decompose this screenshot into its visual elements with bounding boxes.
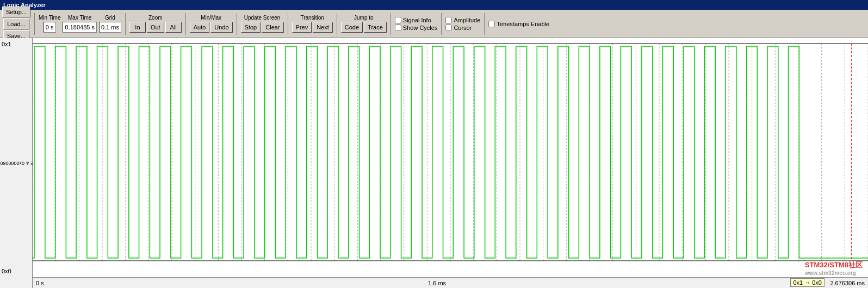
code-button[interactable]: Code <box>341 22 363 33</box>
main-content: 0x1 (PORTE & 0x00000800) >> 11 0x0 0 s 1… <box>0 38 868 288</box>
checkbox-group: Signal Info Show Cycles <box>395 17 438 31</box>
min-time-section: Min Time 0 s <box>39 15 61 33</box>
zoom-out-button[interactable]: Out <box>147 22 164 33</box>
amplitude-label: Amplitude <box>454 17 480 23</box>
cursor-value: 0x1 → 0x0 <box>793 279 822 286</box>
show-cycles-checkbox[interactable] <box>395 24 401 31</box>
trace-button[interactable]: Trace <box>364 22 387 33</box>
transition-buttons: Prev Next <box>292 22 333 33</box>
divider-7 <box>390 13 391 35</box>
amplitude-checkbox[interactable] <box>445 17 452 23</box>
min-time-label: Min Time <box>39 15 61 21</box>
divider-6 <box>337 13 337 35</box>
bottom-bar: 0 s 1.6 ms 2.676306 ms <box>33 277 868 288</box>
watermark-sub: www.stm32mcu.org <box>805 270 863 276</box>
jumpto-label: Jump to <box>354 15 374 21</box>
transition-label: Transition <box>300 15 324 21</box>
amplitude-item: Amplitude <box>445 17 480 23</box>
y-axis-top-label: 0x1 <box>2 41 11 47</box>
y-axis-bottom-label: 0x0 <box>2 268 11 274</box>
signal-info-item: Signal Info <box>395 17 438 23</box>
zoom-buttons: In Out All <box>129 22 182 33</box>
load-button[interactable]: Load... <box>3 19 29 29</box>
update-section: Update Screen Stop Clear <box>241 15 284 33</box>
update-buttons: Stop Clear <box>241 22 284 33</box>
cursor-info: 0x1 → 0x0 <box>790 278 824 287</box>
min-time-value: 0 s <box>44 22 56 33</box>
stop-button[interactable]: Stop <box>241 22 261 33</box>
cursor-checkbox[interactable] <box>445 24 452 31</box>
divider-3 <box>185 13 186 35</box>
divider-4 <box>237 13 237 35</box>
cursor-label: Cursor <box>454 24 472 31</box>
next-button[interactable]: Next <box>313 22 333 33</box>
zoom-in-button[interactable]: In <box>129 22 146 33</box>
signal-info-label: Signal Info <box>403 17 431 23</box>
auto-button[interactable]: Auto <box>190 22 210 33</box>
grid-value: 0.1 ms <box>99 22 121 33</box>
setup-button[interactable]: Setup... <box>2 7 30 17</box>
max-time-section: Max Time 0.180485 s <box>63 15 96 33</box>
max-time-label: Max Time <box>68 15 91 21</box>
title-bar: Logic Analyzer <box>0 0 868 10</box>
divider-9 <box>484 13 485 35</box>
grid-section: Grid 0.1 ms <box>99 15 121 33</box>
timestamps-item: Timestamps Enable <box>488 21 549 27</box>
watermark-text: STM32/STM8社区 <box>805 260 863 270</box>
prev-button[interactable]: Prev <box>292 22 312 33</box>
max-time-value: 0.180485 s <box>63 22 96 33</box>
checkbox-group-2: Amplitude Cursor <box>445 17 480 31</box>
update-label: Update Screen <box>244 15 281 21</box>
chart-area[interactable]: 0 s 1.6 ms 2.676306 ms 0x1 → 0x0 STM32/S… <box>33 38 868 288</box>
zoom-label: Zoom <box>148 15 163 21</box>
zoom-all-button[interactable]: All <box>165 22 182 33</box>
zoom-section: Zoom In Out All <box>129 15 182 33</box>
minmax-buttons: Auto Undo <box>190 22 233 33</box>
divider-1 <box>34 13 35 35</box>
minmax-label: Min/Max <box>201 15 221 21</box>
minmax-section: Min/Max Auto Undo <box>190 15 233 33</box>
grid-label: Grid <box>105 15 115 21</box>
timestamps-label: Timestamps Enable <box>497 21 549 27</box>
clear-button[interactable]: Clear <box>262 22 283 33</box>
transition-section: Transition Prev Next <box>292 15 333 33</box>
undo-button[interactable]: Undo <box>210 22 232 33</box>
time-mid-label: 1.6 ms <box>428 280 446 286</box>
divider-5 <box>288 13 288 35</box>
signal-info-checkbox[interactable] <box>395 17 401 23</box>
divider-2 <box>125 13 126 35</box>
divider-8 <box>441 13 442 35</box>
jumpto-buttons: Code Trace <box>341 22 387 33</box>
chart-svg <box>33 38 868 288</box>
timestamps-checkbox[interactable] <box>488 21 495 27</box>
time-end-label: 2.676306 ms <box>830 280 865 286</box>
show-cycles-label: Show Cycles <box>403 24 438 31</box>
watermark: STM32/STM8社区 www.stm32mcu.org <box>805 260 863 276</box>
show-cycles-item: Show Cycles <box>395 24 438 31</box>
y-axis: 0x1 (PORTE & 0x00000800) >> 11 0x0 <box>0 38 33 288</box>
time-start-label: 0 s <box>36 280 44 286</box>
jumpto-section: Jump to Code Trace <box>341 15 387 33</box>
setup-load-section: Setup... Load... Save... <box>2 7 30 41</box>
toolbar: Setup... Load... Save... Min Time 0 s Ma… <box>0 10 868 38</box>
cursor-item: Cursor <box>445 24 480 31</box>
